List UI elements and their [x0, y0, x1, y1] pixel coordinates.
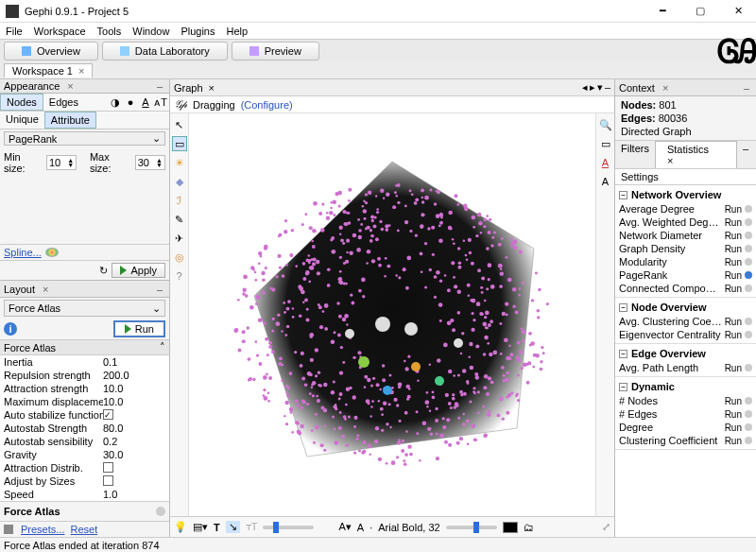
- param-value[interactable]: [103, 475, 165, 488]
- param-row[interactable]: Adjust by Sizes: [0, 474, 169, 488]
- tab-filters[interactable]: Filters: [615, 141, 655, 168]
- font-size-icon[interactable]: A▾: [338, 521, 351, 533]
- minimize-button[interactable]: ━: [650, 5, 675, 17]
- stat-run-button[interactable]: Run: [725, 244, 742, 254]
- rect-select-tool[interactable]: ▭: [172, 136, 187, 151]
- graph-prev-icon[interactable]: ◂: [582, 81, 588, 94]
- palette-icon[interactable]: ◑: [109, 95, 122, 109]
- collapse-icon[interactable]: –: [619, 383, 627, 391]
- stat-group-header[interactable]: –Node Overview: [619, 300, 752, 315]
- statistics-close-icon[interactable]: ×: [662, 153, 679, 168]
- appearance-close-icon[interactable]: ×: [67, 80, 73, 92]
- context-close-icon[interactable]: ×: [662, 82, 668, 94]
- appearance-tab-edges[interactable]: Edges: [43, 95, 84, 110]
- appearance-tab-nodes[interactable]: Nodes: [0, 94, 43, 111]
- diamond-tool[interactable]: ◆: [172, 174, 187, 189]
- stat-group-header[interactable]: –Dynamic: [619, 379, 752, 394]
- param-value[interactable]: 0.2: [103, 436, 165, 447]
- expand-icon[interactable]: ⤢: [602, 521, 610, 533]
- labels-toggle-icon[interactable]: ᴛT: [246, 521, 258, 533]
- param-value[interactable]: 10.0: [103, 396, 165, 407]
- param-value[interactable]: 0.1: [103, 356, 165, 368]
- param-row[interactable]: Autostab Strength80.0: [0, 422, 169, 435]
- graph-next-icon[interactable]: ▸: [590, 81, 595, 94]
- stat-run-button[interactable]: Run: [725, 217, 742, 228]
- stat-run-button[interactable]: Run: [725, 409, 742, 420]
- stat-run-button[interactable]: Run: [725, 317, 742, 327]
- perspective-overview[interactable]: Overview: [4, 42, 98, 60]
- collapse-icon[interactable]: –: [619, 350, 627, 358]
- collapse-icon[interactable]: ˄: [160, 341, 165, 354]
- graph-min-icon[interactable]: –: [605, 81, 610, 94]
- pointer-tool[interactable]: ↖: [172, 117, 187, 132]
- mode-attribute[interactable]: Attribute: [44, 112, 96, 129]
- label-size-slider[interactable]: [446, 526, 497, 529]
- mode-unique[interactable]: Unique: [0, 112, 44, 129]
- text-toggle[interactable]: T: [214, 522, 220, 533]
- checkbox[interactable]: [103, 409, 113, 420]
- font-label[interactable]: Arial Bold, 32: [378, 522, 439, 533]
- label-size-icon[interactable]: ᴀT: [154, 95, 167, 109]
- minsize-input[interactable]: 10▲▼: [46, 155, 77, 170]
- layout-algo-dropdown[interactable]: Force Atlas ⌄: [4, 300, 165, 317]
- workspace-tab[interactable]: Workspace 1 ×: [4, 63, 93, 78]
- loop-icon[interactable]: ↻: [99, 265, 108, 277]
- stat-run-button[interactable]: Run: [725, 396, 742, 406]
- attributes-icon[interactable]: 🗂: [524, 522, 534, 533]
- param-value[interactable]: 1.0: [103, 489, 165, 500]
- stat-run-button[interactable]: Run: [725, 231, 742, 241]
- param-value[interactable]: 30.0: [103, 449, 165, 460]
- bulb-icon[interactable]: 💡: [174, 521, 187, 533]
- checkbox[interactable]: [103, 475, 113, 486]
- menu-help[interactable]: Help: [226, 26, 248, 37]
- brush-tool[interactable]: ℐ: [172, 193, 187, 208]
- menu-file[interactable]: File: [6, 26, 23, 37]
- apply-button[interactable]: Apply: [112, 263, 165, 278]
- reset-link[interactable]: Reset: [70, 524, 97, 535]
- menu-plugins[interactable]: Plugins: [180, 26, 215, 37]
- param-value[interactable]: 80.0: [103, 423, 165, 434]
- label-color-box[interactable]: [503, 522, 518, 533]
- stat-run-button[interactable]: Run: [725, 330, 742, 340]
- param-value[interactable]: [103, 409, 165, 422]
- param-row[interactable]: Speed1.0: [0, 488, 169, 501]
- center-tool[interactable]: ▭: [598, 136, 613, 151]
- collapse-icon[interactable]: –: [619, 303, 627, 312]
- collapse-icon[interactable]: –: [619, 191, 627, 199]
- info-icon[interactable]: i: [4, 322, 17, 336]
- workspace-close-icon[interactable]: ×: [78, 65, 84, 77]
- graph-tab-close-icon[interactable]: ×: [209, 82, 215, 94]
- param-row[interactable]: Auto stabilize function: [0, 408, 169, 422]
- stats-min-icon[interactable]: –: [737, 141, 754, 168]
- size-icon[interactable]: ●: [124, 95, 137, 109]
- zoom-tool[interactable]: 🔍: [598, 117, 613, 132]
- param-row[interactable]: Attraction strength10.0: [0, 382, 169, 395]
- maxsize-input[interactable]: 30▲▼: [135, 155, 165, 170]
- param-row[interactable]: Autostab sensibility0.2: [0, 435, 169, 448]
- stat-group-header[interactable]: –Edge Overview: [619, 346, 752, 361]
- param-value[interactable]: 10.0: [103, 383, 165, 394]
- perspective-preview[interactable]: Preview: [232, 42, 319, 60]
- bg-toggle-icon[interactable]: ▤▾: [193, 521, 208, 533]
- param-row[interactable]: Gravity30.0: [0, 448, 169, 461]
- pencil-tool[interactable]: ✎: [172, 212, 187, 227]
- menu-window[interactable]: Window: [132, 26, 169, 37]
- perspective-datalab[interactable]: Data Laboratory: [102, 42, 228, 60]
- airplane-tool[interactable]: ✈: [172, 231, 187, 246]
- param-row[interactable]: Repulsion strength200.0: [0, 369, 169, 382]
- layout-run-button[interactable]: Run: [113, 320, 165, 337]
- text-size-tool[interactable]: A: [598, 174, 613, 189]
- attribute-dropdown[interactable]: PageRank ⌄: [4, 131, 165, 146]
- presets-link[interactable]: Presets...: [21, 524, 64, 535]
- maximize-button[interactable]: ▢: [688, 5, 713, 17]
- checkbox[interactable]: [103, 462, 113, 473]
- param-row[interactable]: Inertia0.1: [0, 355, 169, 369]
- question-tool[interactable]: ?: [172, 268, 187, 284]
- graph-configure-link[interactable]: (Configure): [241, 99, 293, 111]
- palette-swatch-icon[interactable]: [45, 248, 59, 257]
- edge-weight-slider[interactable]: [263, 526, 314, 529]
- stat-run-button[interactable]: Run: [725, 423, 742, 433]
- text-color-tool[interactable]: A: [598, 155, 613, 170]
- stat-run-button[interactable]: Run: [725, 363, 742, 373]
- context-min-icon[interactable]: –: [741, 82, 752, 94]
